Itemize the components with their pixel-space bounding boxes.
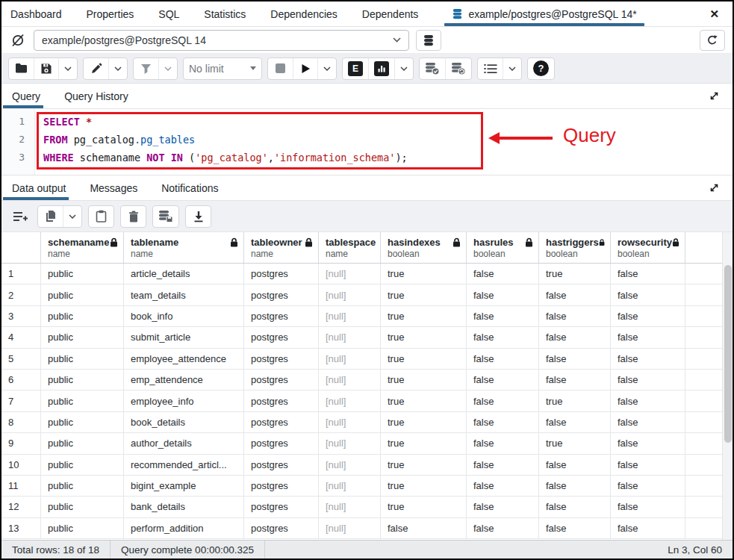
cell[interactable]: [null] (319, 391, 381, 411)
cell[interactable]: false (539, 284, 611, 305)
cell[interactable]: false (467, 455, 539, 475)
download-results-button[interactable] (186, 206, 211, 227)
row-number-cell[interactable]: 13 (1, 518, 41, 538)
open-file-button[interactable] (9, 58, 34, 79)
filter-menu-chevron[interactable] (158, 58, 177, 79)
macros-menu-chevron[interactable] (503, 58, 521, 79)
cell[interactable]: false (539, 370, 611, 390)
cell[interactable]: postgres (244, 349, 319, 369)
main-tab-sql[interactable]: SQL (158, 1, 179, 26)
column-header-tablename[interactable]: tablenamename (124, 232, 244, 263)
cell[interactable]: false (611, 476, 685, 496)
row-number-cell[interactable]: 2 (1, 284, 41, 305)
cell[interactable]: [null] (319, 497, 381, 517)
cell[interactable]: false (611, 455, 685, 475)
row-number-cell[interactable]: 10 (1, 455, 41, 475)
cell[interactable]: [null] (319, 264, 381, 284)
cell[interactable]: false (611, 327, 685, 347)
copy-menu-chevron[interactable] (63, 206, 81, 227)
cell[interactable]: perform_addition (124, 518, 244, 538)
filter-button[interactable] (134, 58, 158, 79)
cell[interactable]: public (41, 476, 124, 496)
main-tab-dashboard[interactable]: Dashboard (10, 1, 62, 26)
vertical-scrollbar[interactable] (722, 232, 733, 540)
cell[interactable]: false (611, 264, 685, 284)
cell[interactable]: false (611, 497, 685, 517)
cell[interactable]: false (539, 306, 611, 326)
cell[interactable]: false (611, 306, 685, 326)
cell[interactable]: false (539, 518, 611, 538)
cell[interactable]: false (611, 391, 685, 411)
cell[interactable]: true (381, 391, 467, 411)
column-header-hasindexes[interactable]: hasindexesboolean (381, 232, 467, 263)
cell[interactable]: public (41, 455, 124, 475)
delete-row-button[interactable] (121, 206, 146, 227)
add-row-button[interactable] (9, 205, 31, 228)
cell[interactable]: employee_info (124, 391, 244, 411)
row-limit-select[interactable]: No limit (184, 58, 261, 79)
save-menu-chevron[interactable] (58, 58, 77, 79)
cell[interactable]: bigint_example (124, 476, 244, 496)
cell[interactable]: false (467, 306, 539, 326)
row-number-cell[interactable]: 8 (1, 412, 41, 432)
cell[interactable]: false (611, 284, 685, 305)
row-number-cell[interactable]: 1 (1, 264, 41, 284)
cell[interactable]: postgres (244, 284, 319, 305)
cell[interactable]: public (41, 264, 124, 284)
tab-query-history[interactable]: Query History (64, 84, 128, 108)
cell[interactable]: author_details (124, 433, 244, 453)
macros-button[interactable] (478, 58, 503, 79)
main-tab-properties[interactable]: Properties (87, 1, 134, 26)
cell[interactable]: book_details (124, 412, 244, 432)
cell[interactable]: false (539, 412, 611, 432)
paste-button[interactable] (89, 206, 113, 227)
cell[interactable]: public (41, 327, 124, 347)
output-expand-button[interactable] (706, 180, 722, 196)
save-file-button[interactable] (34, 58, 58, 79)
cell[interactable]: true (381, 412, 467, 432)
cell[interactable]: true (539, 433, 611, 453)
row-number-cell[interactable]: 11 (1, 476, 41, 496)
cell[interactable]: [null] (319, 284, 381, 305)
cell[interactable]: false (381, 518, 467, 538)
row-number-cell[interactable]: 12 (1, 497, 41, 517)
cell[interactable]: false (467, 412, 539, 432)
cell[interactable]: false (539, 476, 611, 496)
cell[interactable]: [null] (319, 455, 381, 475)
row-number-cell[interactable]: 9 (1, 433, 41, 453)
cell[interactable]: public (41, 391, 124, 411)
stop-button[interactable] (268, 58, 293, 79)
cell[interactable]: postgres (244, 433, 319, 453)
cell[interactable]: public (41, 349, 124, 369)
cell[interactable]: [null] (319, 412, 381, 432)
cell[interactable]: false (467, 327, 539, 347)
cell[interactable]: false (539, 349, 611, 369)
save-data-changes-button[interactable] (153, 206, 178, 227)
sql-editor[interactable]: 123 SELECT *FROM pg_catalog.pg_tablesWHE… (1, 109, 733, 175)
column-header-schemaname[interactable]: schemanamename (41, 232, 124, 263)
cell[interactable]: false (467, 497, 539, 517)
main-tab-dependencies[interactable]: Dependencies (270, 1, 338, 26)
cell[interactable]: postgres (244, 327, 319, 347)
cell[interactable]: false (467, 476, 539, 496)
cell[interactable]: false (467, 518, 539, 538)
cell[interactable]: public (41, 497, 124, 517)
explain-analyze-button[interactable] (368, 58, 394, 79)
cell[interactable]: postgres (244, 306, 319, 326)
cell[interactable]: postgres (244, 518, 319, 538)
row-number-cell[interactable]: 7 (1, 391, 41, 411)
cell[interactable]: employee_attendence (124, 349, 244, 369)
cell[interactable]: true (381, 349, 467, 369)
column-header-hastriggers[interactable]: hastriggersboolean (539, 232, 611, 263)
cell[interactable]: true (381, 327, 467, 347)
explain-menu-chevron[interactable] (394, 58, 413, 79)
cell[interactable]: true (381, 264, 467, 284)
cell[interactable]: public (41, 518, 124, 538)
cell[interactable]: [null] (319, 370, 381, 390)
cell[interactable]: true (381, 306, 467, 326)
close-icon[interactable]: ✕ (705, 6, 724, 22)
cell[interactable]: [null] (319, 433, 381, 453)
cell[interactable]: postgres (244, 455, 319, 475)
cell[interactable]: false (539, 455, 611, 475)
cell[interactable]: postgres (244, 497, 319, 517)
